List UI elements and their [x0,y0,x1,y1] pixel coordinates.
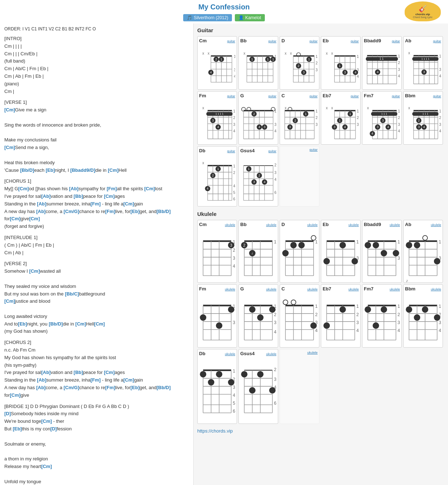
svg-text:1fr: 1fr [397,304,400,309]
section-label: [CHORUS 1] [4,178,189,185]
chord-fm-guitar: Fm guitar x [197,91,237,145]
chord-bb-guitar: Bb guitar x [238,36,278,90]
svg-text:3fr: 3fr [274,320,276,325]
svg-text:3fr: 3fr [233,255,235,260]
svg-text:4fr: 4fr [275,129,276,133]
chords-panel: Guitar Cm guitar x x [193,24,448,485]
svg-text:1fr: 1fr [315,304,318,309]
svg-text:3fr: 3fr [439,255,441,260]
svg-point-503 [208,379,214,386]
section-label: [VERSE 2] [4,260,189,268]
svg-text:2fr: 2fr [398,61,400,65]
section-chorus1: [CHORUS 1] My[] G[Cm]od []has shown his … [4,178,189,230]
svg-text:1fr: 1fr [356,239,359,244]
svg-text:4fr: 4fr [275,178,276,182]
svg-text:2: 2 [418,119,420,122]
svg-text:2: 2 [298,64,300,68]
chord-g-ukulele: G ukulele [238,284,278,347]
svg-text:x: x [326,51,328,55]
chord-cm-ukulele: Cm ukulele 3 [197,220,237,283]
svg-text:3fr: 3fr [275,123,276,127]
svg-text:2fr: 2fr [233,171,235,175]
svg-text:x: x [202,51,204,55]
svg-text:4: 4 [217,125,219,129]
svg-text:3fr: 3fr [233,123,235,127]
svg-point-523 [257,371,264,377]
svg-text:3fr: 3fr [233,384,235,390]
svg-text:4fr: 4fr [233,264,235,269]
badge-silverthorn[interactable]: 🎵 Silverthorn (2012) [183,14,232,21]
svg-text:4fr: 4fr [439,328,441,333]
kamelot-label: Kamelot [245,15,261,20]
svg-text:1fr: 1fr [439,304,441,309]
chord-ab-ukulele: Ab ukulele [403,220,443,283]
svg-text:3fr: 3fr [439,68,441,72]
svg-text:x: x [290,51,292,55]
chord-db-guitar: Db guitar x [197,146,237,206]
svg-text:1: 1 [220,58,222,61]
svg-text:3: 3 [289,125,291,129]
svg-text:3: 3 [382,119,384,122]
chord-eb-guitar: Eb guitar x x [321,36,361,90]
svg-text:3fr: 3fr [398,68,400,72]
svg-text:4: 4 [258,125,260,129]
svg-text:1fr: 1fr [398,54,400,58]
page-wrapper: My Confession 🎵 Silverthorn (2012) 👤 Kam… [0,0,448,485]
svg-text:4: 4 [387,125,389,129]
svg-point-376 [372,242,379,248]
svg-point-469 [372,322,379,329]
svg-text:3fr: 3fr [233,320,235,325]
svg-text:4: 4 [377,70,379,74]
svg-text:3: 3 [230,243,232,247]
svg-text:1fr: 1fr [439,109,441,113]
svg-point-428 [291,300,296,305]
svg-text:1 1: 1 1 [379,57,384,60]
chord-eb-ukulele: Eb ukulele [321,220,361,283]
svg-text:3: 3 [423,70,425,74]
chord-bbm-ukulele: Bbm ukulele [403,284,443,347]
svg-text:2fr: 2fr [357,116,359,120]
svg-text:5fr: 5fr [233,401,235,406]
chord-c-ukulele: C ukulele [280,284,319,347]
svg-text:x: x [285,106,287,110]
guitar-chords-grid: Cm guitar x x [197,36,444,207]
chord-empty-guitar: guitar [280,146,319,206]
chord-d-ukulele: D ukulele [280,220,319,283]
svg-point-524 [249,387,255,393]
svg-text:1fr: 1fr [275,109,276,113]
svg-text:3: 3 [418,125,420,129]
section-label: [CHORUS 2] [4,339,189,346]
section-label: [VERSE 1] [4,99,189,106]
section-verse2: [VERSE 2] Somehow I [Cm]wasted all They … [4,260,189,335]
svg-text:1fr: 1fr [233,239,235,244]
section-verse1: [VERSE 1] [Cm]Give me a sign Sing the wo… [4,99,189,174]
svg-text:4fr: 4fr [233,184,235,188]
svg-text:x: x [285,51,287,55]
svg-text:2fr: 2fr [274,367,276,372]
svg-text:2fr: 2fr [398,116,400,120]
svg-text:2: 2 [215,58,217,61]
svg-text:2: 2 [212,174,214,177]
svg-text:3fr: 3fr [234,68,235,72]
svg-text:3: 3 [303,71,305,74]
svg-text:3fr: 3fr [397,320,400,325]
svg-text:4: 4 [264,180,266,184]
section-bridge1: [BRIDGE 1] D D Phrygian Dominant ( D Eb … [4,403,189,485]
svg-text:1: 1 [251,58,253,61]
svg-point-484 [422,306,428,313]
svg-point-422 [257,314,264,321]
chord-d-guitar: D guitar x x [280,36,319,90]
svg-text:2fr: 2fr [316,61,318,65]
svg-point-522 [241,371,247,377]
svg-text:1fr: 1fr [439,54,441,58]
svg-text:3fr: 3fr [357,68,359,72]
badge-kamelot[interactable]: 👤 Kamelot [235,14,265,21]
svg-text:4fr: 4fr [439,74,441,78]
svg-point-361 [340,242,346,248]
chord-bbadd9-guitar: Bbadd9 guitar [362,36,402,90]
svg-text:3fr: 3fr [398,123,400,127]
svg-text:2fr: 2fr [274,312,276,317]
svg-point-501 [200,371,206,377]
svg-text:6fr: 6fr [275,191,276,195]
svg-text:1fr: 1fr [397,239,400,244]
